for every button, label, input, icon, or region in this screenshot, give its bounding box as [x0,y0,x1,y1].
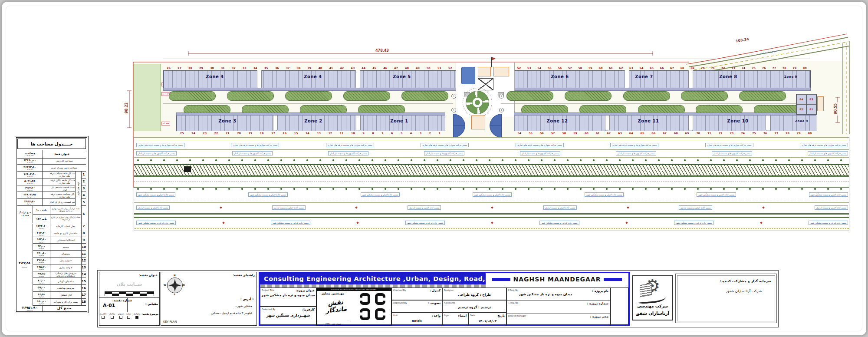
dimension-total-width: 478.43 [374,49,390,53]
road-label-chip: مسیر جاده اصلی و بسمت مشگین شهر [809,192,848,197]
discipline-label: سازه [126,312,131,315]
red-dotted-line [134,200,849,200]
area-value-cell: ۱۳۶ باب [33,215,50,223]
discipline-label: سیویل [118,312,123,315]
stall-number: 75 [752,66,756,69]
stall-number: 23 [203,132,207,135]
zone-label: Zone 4 [304,74,322,79]
road-label-chip: مسیر جاده اصلی و بسمت مشگین شهر [361,192,400,197]
stall-number: 75 [752,132,756,135]
stall-number: 25 [180,132,184,135]
area-value-cell: ۴۶۳۶۳٫۵۰مترمربع [17,165,43,171]
stall-number: 78 [786,132,789,135]
tree-row [136,159,848,162]
stall-number: 77 [774,132,778,135]
project-manager-row: project manager مدیر پروژه : [507,314,610,326]
drawing-discipline: سیویل [118,312,123,319]
stall-number: 77 [772,66,776,69]
area-value-cell: ۹۲٫۰۰مترمربع [33,244,50,250]
stall-number: 63 [618,132,622,135]
compass-icon [167,278,183,293]
stall-number: 59 [589,66,592,69]
road-label-chip: مسیر حرکت سواری ها و بسمت غرفه های تجاری [516,143,564,147]
road-label-chip: مسیر حرکت سواری ها و بسمت غرفه های تجاری [326,143,374,147]
area-table-header: مساحت ( مترمربع ) عنوان فضا [17,150,86,159]
zone-label: Zone 4 [206,74,224,79]
project-title-value: میدان میوه و تره بار مشکین شهر [260,293,316,297]
compass-west: W [164,284,166,286]
project-name-row: F.Proj. No نام پروژه : میدان میوه و تره … [507,288,610,301]
flag-icon [492,57,496,60]
building-gap [356,115,361,130]
building-gap [688,70,693,88]
building-gap [605,115,610,130]
stall-number: 69 [685,132,689,135]
stall-number: 80 [803,66,807,69]
road-label-chip: مسیر حرکت سواری ها و بسمت غرفه های تجاری [610,143,658,147]
client-value: شهــرداری مشگین شهر [260,313,316,317]
stall-number: 55 [548,66,552,69]
stall-number: 68 [674,132,678,135]
stall-number: 67 [663,132,667,135]
parking-aisle-line [163,90,456,90]
road-line [134,157,849,158]
stall-number: 70 [696,132,700,135]
stall-number: 57 [551,132,555,135]
road-label-chip: مسیر جاده اصلی و بسمت اردبیل [408,205,441,210]
stall-number: 65 [650,66,654,69]
area-value-cell: ۱۹۵٫۲۰مترمربع [33,264,50,271]
stall-number: 76 [763,132,767,135]
stall-number: 65 [641,132,644,135]
address-line: کیلومتر ۳ جاده قدیم اردبیل - مشکین [211,311,252,314]
drawing-subject-row: موضوع نقشه: معماریسازهسیویلمکانیکالکتریک [100,312,158,319]
stall-number: 79 [792,66,796,69]
stall-number: 40 [318,66,322,69]
road-label-row: مسیر حرکت سواری ها و بسمت غرفه های تجاری… [136,142,848,148]
row-number-cell: 12 [81,258,86,264]
road-line [134,202,849,203]
stall-number: 73 [731,66,735,69]
zone-label: Zone 1 [390,119,408,123]
stall-number: 41 [329,66,333,69]
parking-subrow: ۱۰۰ بابتعداد پارکینگ روباز ماشین سواری د… [33,206,81,215]
roundabout-center [475,100,480,105]
corridor-end-line [849,137,849,231]
road-label-row: مسیر جاده فرعی و بسمت مشگین شهرمسیر جاده… [136,220,848,225]
gate-kiosk [478,67,491,76]
stall-number: 37 [286,66,290,69]
road-label-chip: مسیر جاده فرعی و بسمت مشگین شهر [136,221,176,225]
road-label-chip: مسیر جاده اصلی و بسمت مشگین شهر [585,192,624,197]
stall-number: 11 [340,132,344,135]
parking-island [401,91,448,101]
parking-aisle-line [163,103,453,104]
stall-number: 72 [721,66,725,69]
area-value-cell: ۶۳۴۶۰٫۰۰مترمربع [17,158,43,164]
lane-number-badge: 1 [499,108,504,112]
stall-number: 14 [306,132,309,135]
stall-number: 5 [401,132,402,135]
parking-sum-cell: جمع پارکینگ۲۳۶ باب [17,206,33,223]
area-value-cell: ۱۶٫۵۰مترمربع [33,292,50,298]
parking-aisle-line [514,90,810,90]
row-number-cell: 18 [81,299,86,305]
stall-number: 30 [210,66,214,69]
brand-bar [604,278,622,281]
stall-number: 9 [362,132,364,135]
stall-number: 61 [596,132,600,135]
stall-number: 53 [527,66,531,69]
stall-number: 55 [529,132,533,135]
stall-number: 79 [797,132,801,135]
stall-number: 29 [199,66,203,69]
space-label-cell: محل احداث کارخانه [50,223,81,230]
tree-row [136,187,848,191]
stall-number: 82 [796,104,806,114]
parking-island [681,91,728,101]
key-plan-label: KEY PLAN [163,320,177,324]
zone-label: Zone 9 [795,119,808,123]
table-merged-side-note: غرفه های تجاری [75,172,81,206]
table-row: جمع پارکینگ۲۳۶ باب۱۰۰ بابتعداد پارکینگ ر… [17,206,86,223]
stall-number: 74 [741,132,745,135]
building-gap [355,70,360,88]
stall-number: 15 [294,132,298,135]
table-subtotal-cell: ۳۱۴۷٫۹۵ مترمربع [16,224,33,306]
